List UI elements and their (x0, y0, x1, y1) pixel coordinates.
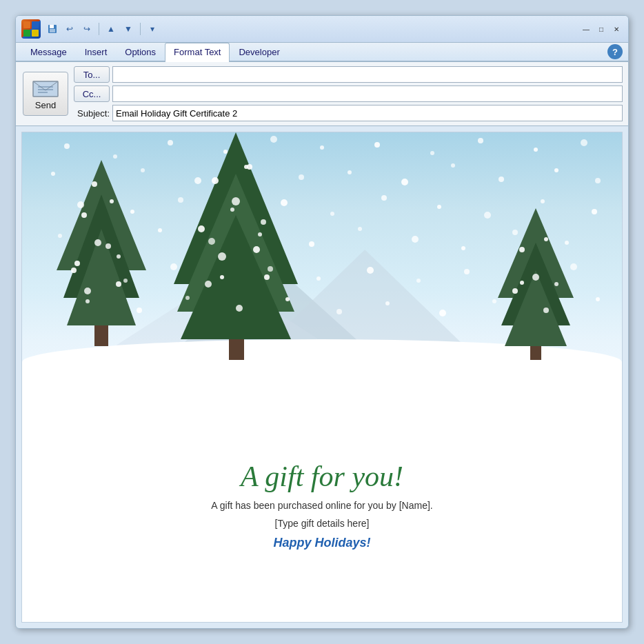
svg-point-89 (309, 241, 314, 247)
tab-message[interactable]: Message (21, 43, 76, 61)
svg-point-73 (77, 201, 84, 208)
svg-point-112 (385, 301, 390, 305)
svg-point-63 (141, 168, 145, 172)
svg-point-67 (348, 170, 352, 174)
svg-point-115 (543, 308, 549, 313)
svg-point-87 (208, 238, 215, 245)
gift-holiday: Happy Holidays! (273, 536, 370, 550)
svg-point-50 (64, 143, 70, 149)
tab-insert[interactable]: Insert (76, 43, 117, 61)
app-icon (21, 19, 41, 39)
gift-title: A gift for you! (241, 460, 403, 493)
title-bar: ↩ ↪ ▲ ▼ ▾ — □ ✕ (16, 16, 628, 43)
svg-point-70 (499, 177, 504, 182)
svg-point-53 (223, 150, 228, 154)
svg-point-88 (258, 232, 262, 237)
svg-point-54 (270, 136, 277, 143)
svg-point-81 (484, 212, 491, 219)
svg-point-101 (367, 267, 374, 274)
svg-point-96 (123, 279, 128, 283)
down-button[interactable]: ▼ (121, 21, 136, 37)
save-button[interactable] (45, 21, 60, 37)
window-controls: — □ ✕ (580, 23, 623, 34)
svg-rect-6 (50, 29, 55, 32)
minimize-button[interactable]: — (580, 23, 592, 34)
svg-point-113 (439, 310, 446, 316)
to-button[interactable]: To... (74, 66, 110, 83)
svg-point-51 (113, 154, 117, 159)
svg-point-66 (299, 174, 304, 180)
svg-point-108 (185, 296, 190, 300)
to-input[interactable] (112, 66, 623, 83)
svg-point-107 (137, 308, 142, 313)
svg-point-103 (464, 269, 470, 274)
svg-point-78 (330, 212, 334, 216)
ribbon: Message Insert Options Format Text Devel… (16, 43, 628, 62)
svg-point-60 (581, 139, 587, 146)
restore-button[interactable]: □ (595, 23, 607, 34)
svg-point-57 (430, 151, 434, 155)
svg-point-80 (437, 205, 441, 209)
svg-point-76 (230, 208, 234, 212)
outlook-window: ↩ ↪ ▲ ▼ ▾ — □ ✕ Message Insert Options F… (15, 15, 629, 629)
svg-point-71 (554, 168, 559, 172)
quick-access-dropdown[interactable]: ▾ (145, 21, 160, 37)
toolbar-separator-2 (140, 23, 141, 35)
redo-button[interactable]: ↪ (79, 21, 94, 37)
svg-point-114 (492, 299, 496, 303)
svg-point-99 (268, 266, 273, 272)
toolbar-icons: ↩ ↪ ▲ ▼ ▾ (45, 21, 160, 37)
close-button[interactable]: ✕ (610, 23, 623, 34)
gift-subtitle: A gift has been purchased online for you… (211, 500, 432, 511)
svg-point-109 (236, 305, 243, 312)
svg-point-55 (320, 145, 324, 150)
snow-scene (22, 132, 622, 394)
svg-point-59 (534, 148, 538, 152)
toolbar-separator (99, 23, 99, 35)
cc-button[interactable]: Cc... (74, 85, 110, 102)
svg-point-84 (58, 234, 62, 238)
email-form: Send To... Cc... Subject: (16, 62, 628, 126)
up-button[interactable]: ▲ (103, 21, 119, 37)
gift-area: A gift for you! A gift has been purchase… (22, 394, 622, 622)
help-button[interactable]: ? (607, 44, 623, 59)
svg-point-97 (170, 263, 177, 270)
svg-point-83 (592, 209, 597, 214)
svg-rect-0 (23, 21, 30, 28)
svg-rect-1 (32, 21, 39, 28)
svg-rect-2 (23, 30, 30, 37)
tab-options[interactable]: Options (116, 43, 165, 61)
svg-rect-5 (50, 25, 54, 28)
svg-point-92 (461, 246, 465, 250)
svg-point-65 (244, 165, 248, 169)
svg-point-93 (512, 230, 518, 235)
send-button[interactable]: Send (23, 72, 68, 116)
svg-point-95 (71, 268, 77, 273)
tab-format-text[interactable]: Format Text (165, 43, 230, 62)
svg-point-85 (105, 243, 111, 249)
send-button-wrap: Send (21, 66, 70, 121)
svg-point-62 (92, 181, 97, 187)
subject-row: Subject: (74, 105, 623, 121)
svg-point-104 (520, 281, 524, 285)
svg-point-102 (416, 279, 421, 283)
svg-point-75 (178, 197, 183, 203)
svg-point-91 (412, 236, 419, 243)
tab-developer[interactable]: Developer (230, 43, 288, 61)
cc-input[interactable] (112, 85, 623, 102)
to-row: To... (74, 66, 623, 83)
svg-point-98 (220, 275, 224, 279)
subject-input[interactable] (112, 105, 623, 121)
gift-details: [Type gift details here] (275, 518, 370, 529)
snowflakes-svg (22, 132, 622, 394)
svg-rect-3 (32, 30, 39, 37)
svg-point-94 (565, 241, 569, 245)
svg-point-58 (478, 138, 483, 143)
svg-point-116 (596, 297, 600, 301)
svg-point-61 (51, 172, 55, 176)
svg-point-64 (194, 177, 201, 184)
svg-point-56 (374, 142, 380, 148)
send-label: Send (35, 100, 56, 110)
undo-button[interactable]: ↩ (62, 21, 77, 37)
email-body[interactable]: A gift for you! A gift has been purchase… (21, 132, 623, 623)
